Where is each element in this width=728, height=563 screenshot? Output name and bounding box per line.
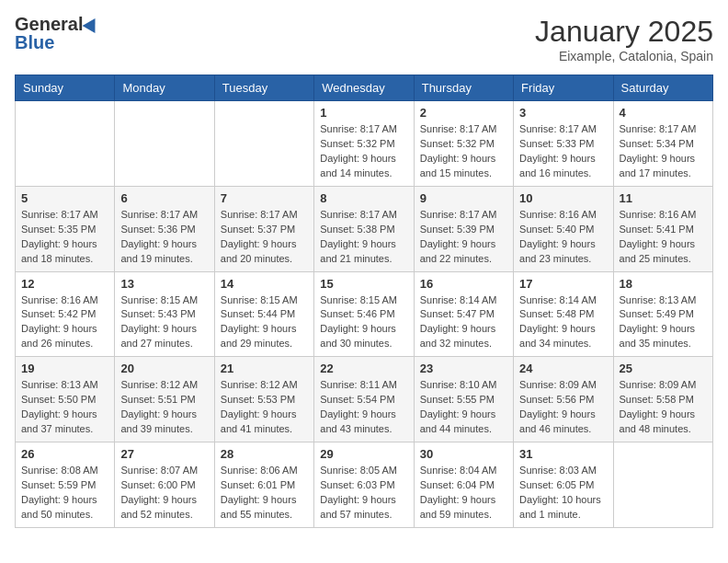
day-number: 18 bbox=[620, 277, 707, 291]
day-detail: Sunrise: 8:16 AMSunset: 5:42 PMDaylight:… bbox=[21, 293, 108, 352]
day-detail: Sunrise: 8:07 AMSunset: 6:00 PMDaylight:… bbox=[120, 464, 208, 523]
weekday-header-saturday: Saturday bbox=[613, 75, 712, 101]
day-number: 19 bbox=[21, 362, 108, 375]
day-number: 6 bbox=[120, 191, 208, 205]
day-number: 23 bbox=[420, 362, 507, 375]
calendar-cell: 18Sunrise: 8:13 AMSunset: 5:49 PMDayligh… bbox=[613, 271, 712, 357]
calendar-cell: 16Sunrise: 8:14 AMSunset: 5:47 PMDayligh… bbox=[414, 271, 513, 357]
day-number: 15 bbox=[320, 277, 407, 291]
calendar-cell: 4Sunrise: 8:17 AMSunset: 5:34 PMDaylight… bbox=[613, 101, 712, 187]
calendar-cell: 7Sunrise: 8:17 AMSunset: 5:37 PMDaylight… bbox=[214, 186, 313, 271]
calendar-cell bbox=[115, 101, 214, 187]
day-detail: Sunrise: 8:17 AMSunset: 5:32 PMDaylight:… bbox=[320, 122, 407, 181]
day-detail: Sunrise: 8:15 AMSunset: 5:44 PMDaylight:… bbox=[221, 293, 308, 352]
calendar-cell: 13Sunrise: 8:15 AMSunset: 5:43 PMDayligh… bbox=[115, 271, 214, 357]
day-detail: Sunrise: 8:04 AMSunset: 6:04 PMDaylight:… bbox=[420, 464, 507, 523]
day-detail: Sunrise: 8:17 AMSunset: 5:38 PMDaylight:… bbox=[320, 208, 407, 267]
logo-blue-text: Blue bbox=[15, 33, 54, 52]
day-detail: Sunrise: 8:12 AMSunset: 5:53 PMDaylight:… bbox=[221, 378, 308, 437]
calendar-cell: 11Sunrise: 8:16 AMSunset: 5:41 PMDayligh… bbox=[613, 186, 712, 271]
day-number: 21 bbox=[221, 362, 308, 375]
day-detail: Sunrise: 8:14 AMSunset: 5:47 PMDaylight:… bbox=[420, 293, 507, 352]
calendar-cell: 1Sunrise: 8:17 AMSunset: 5:32 PMDaylight… bbox=[314, 101, 414, 187]
calendar-week-2: 5Sunrise: 8:17 AMSunset: 5:35 PMDaylight… bbox=[16, 186, 713, 271]
calendar-cell bbox=[613, 442, 712, 528]
calendar-week-1: 1Sunrise: 8:17 AMSunset: 5:32 PMDaylight… bbox=[16, 101, 713, 187]
calendar-cell: 19Sunrise: 8:13 AMSunset: 5:50 PMDayligh… bbox=[16, 357, 115, 442]
calendar-cell: 20Sunrise: 8:12 AMSunset: 5:51 PMDayligh… bbox=[115, 357, 214, 442]
logo-triangle-icon bbox=[83, 15, 102, 33]
day-number: 27 bbox=[120, 447, 208, 461]
day-number: 2 bbox=[420, 106, 507, 120]
day-detail: Sunrise: 8:13 AMSunset: 5:49 PMDaylight:… bbox=[620, 293, 707, 352]
day-number: 10 bbox=[519, 191, 607, 205]
day-detail: Sunrise: 8:06 AMSunset: 6:01 PMDaylight:… bbox=[221, 464, 308, 523]
day-number: 5 bbox=[21, 191, 108, 205]
logo: General Blue bbox=[15, 15, 99, 52]
day-detail: Sunrise: 8:12 AMSunset: 5:51 PMDaylight:… bbox=[120, 378, 208, 437]
day-number: 7 bbox=[221, 191, 308, 205]
day-number: 4 bbox=[620, 106, 707, 120]
day-number: 20 bbox=[120, 362, 208, 375]
calendar-cell: 6Sunrise: 8:17 AMSunset: 5:36 PMDaylight… bbox=[115, 186, 214, 271]
calendar-cell: 25Sunrise: 8:09 AMSunset: 5:58 PMDayligh… bbox=[613, 357, 712, 442]
day-number: 12 bbox=[21, 277, 108, 291]
day-detail: Sunrise: 8:17 AMSunset: 5:35 PMDaylight:… bbox=[21, 208, 108, 267]
day-detail: Sunrise: 8:15 AMSunset: 5:46 PMDaylight:… bbox=[320, 293, 407, 352]
calendar-cell: 12Sunrise: 8:16 AMSunset: 5:42 PMDayligh… bbox=[16, 271, 115, 357]
day-number: 9 bbox=[420, 191, 507, 205]
weekday-header-friday: Friday bbox=[514, 75, 613, 101]
calendar-cell: 29Sunrise: 8:05 AMSunset: 6:03 PMDayligh… bbox=[314, 442, 414, 528]
calendar-cell: 23Sunrise: 8:10 AMSunset: 5:55 PMDayligh… bbox=[414, 357, 513, 442]
day-number: 14 bbox=[221, 277, 308, 291]
month-title: January 2025 bbox=[535, 15, 713, 49]
day-number: 16 bbox=[420, 277, 507, 291]
day-detail: Sunrise: 8:09 AMSunset: 5:56 PMDaylight:… bbox=[519, 378, 607, 437]
calendar-week-5: 26Sunrise: 8:08 AMSunset: 5:59 PMDayligh… bbox=[16, 442, 713, 528]
day-detail: Sunrise: 8:17 AMSunset: 5:32 PMDaylight:… bbox=[420, 122, 507, 181]
day-detail: Sunrise: 8:17 AMSunset: 5:37 PMDaylight:… bbox=[221, 208, 308, 267]
calendar-cell: 15Sunrise: 8:15 AMSunset: 5:46 PMDayligh… bbox=[314, 271, 414, 357]
location-subtitle: Eixample, Catalonia, Spain bbox=[535, 49, 713, 63]
day-detail: Sunrise: 8:08 AMSunset: 5:59 PMDaylight:… bbox=[21, 464, 108, 523]
day-detail: Sunrise: 8:17 AMSunset: 5:34 PMDaylight:… bbox=[620, 122, 707, 181]
day-number: 29 bbox=[320, 447, 407, 461]
weekday-header-monday: Monday bbox=[115, 75, 214, 101]
day-number: 26 bbox=[21, 447, 108, 461]
day-number: 3 bbox=[519, 106, 607, 120]
calendar-cell: 26Sunrise: 8:08 AMSunset: 5:59 PMDayligh… bbox=[16, 442, 115, 528]
page-header: General Blue January 2025 Eixample, Cata… bbox=[15, 15, 713, 63]
calendar-cell: 24Sunrise: 8:09 AMSunset: 5:56 PMDayligh… bbox=[514, 357, 613, 442]
day-detail: Sunrise: 8:10 AMSunset: 5:55 PMDaylight:… bbox=[420, 378, 507, 437]
day-number: 31 bbox=[519, 447, 607, 461]
calendar-cell: 3Sunrise: 8:17 AMSunset: 5:33 PMDaylight… bbox=[514, 101, 613, 187]
day-detail: Sunrise: 8:03 AMSunset: 6:05 PMDaylight:… bbox=[519, 464, 607, 523]
day-detail: Sunrise: 8:14 AMSunset: 5:48 PMDaylight:… bbox=[519, 293, 607, 352]
calendar-cell: 9Sunrise: 8:17 AMSunset: 5:39 PMDaylight… bbox=[414, 186, 513, 271]
day-detail: Sunrise: 8:17 AMSunset: 5:39 PMDaylight:… bbox=[420, 208, 507, 267]
day-number: 28 bbox=[221, 447, 308, 461]
calendar-cell: 22Sunrise: 8:11 AMSunset: 5:54 PMDayligh… bbox=[314, 357, 414, 442]
calendar-cell: 31Sunrise: 8:03 AMSunset: 6:05 PMDayligh… bbox=[514, 442, 613, 528]
calendar-week-4: 19Sunrise: 8:13 AMSunset: 5:50 PMDayligh… bbox=[16, 357, 713, 442]
calendar-week-3: 12Sunrise: 8:16 AMSunset: 5:42 PMDayligh… bbox=[16, 271, 713, 357]
weekday-header-tuesday: Tuesday bbox=[214, 75, 313, 101]
day-number: 17 bbox=[519, 277, 607, 291]
day-number: 25 bbox=[620, 362, 707, 375]
calendar-title-block: January 2025 Eixample, Catalonia, Spain bbox=[535, 15, 713, 63]
calendar-cell: 14Sunrise: 8:15 AMSunset: 5:44 PMDayligh… bbox=[214, 271, 313, 357]
day-detail: Sunrise: 8:17 AMSunset: 5:36 PMDaylight:… bbox=[120, 208, 208, 267]
day-number: 24 bbox=[519, 362, 607, 375]
day-detail: Sunrise: 8:11 AMSunset: 5:54 PMDaylight:… bbox=[320, 378, 407, 437]
day-detail: Sunrise: 8:16 AMSunset: 5:40 PMDaylight:… bbox=[519, 208, 607, 267]
calendar-cell: 17Sunrise: 8:14 AMSunset: 5:48 PMDayligh… bbox=[514, 271, 613, 357]
day-number: 30 bbox=[420, 447, 507, 461]
weekday-header-sunday: Sunday bbox=[16, 75, 115, 101]
day-detail: Sunrise: 8:05 AMSunset: 6:03 PMDaylight:… bbox=[320, 464, 407, 523]
day-number: 22 bbox=[320, 362, 407, 375]
day-detail: Sunrise: 8:13 AMSunset: 5:50 PMDaylight:… bbox=[21, 378, 108, 437]
logo-general-text: General bbox=[15, 15, 83, 33]
weekday-header-row: SundayMondayTuesdayWednesdayThursdayFrid… bbox=[16, 75, 713, 101]
calendar-cell: 28Sunrise: 8:06 AMSunset: 6:01 PMDayligh… bbox=[214, 442, 313, 528]
calendar-cell bbox=[214, 101, 313, 187]
